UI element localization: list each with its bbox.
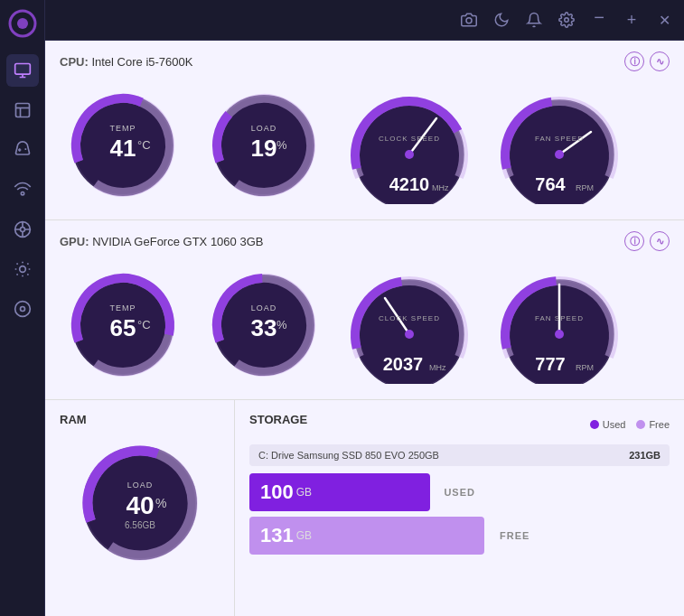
- svg-point-8: [19, 266, 25, 273]
- bell-icon[interactable]: [525, 11, 543, 29]
- svg-text:RPM: RPM: [576, 183, 594, 192]
- svg-point-10: [20, 307, 24, 312]
- sidebar-item-gamepad[interactable]: [6, 134, 39, 166]
- sidebar-item-monitor[interactable]: [6, 54, 39, 87]
- cpu-gauges-row: TEMP 41 °C LOAD 19 %: [60, 82, 670, 209]
- used-dot: [590, 420, 599, 429]
- cpu-section: CPU: Intel Core i5-7600K ⓘ ∿ TEMP 41 °C: [45, 41, 684, 220]
- legend-free-label: Free: [649, 419, 670, 430]
- svg-text:MHz: MHz: [429, 363, 446, 372]
- svg-text:MHz: MHz: [432, 183, 449, 192]
- legend-used: Used: [590, 419, 626, 430]
- minimize-button[interactable]: −: [590, 11, 608, 29]
- svg-point-57: [555, 330, 564, 339]
- gpu-label: GPU:: [60, 235, 89, 248]
- gpu-title-text: GPU: NVIDIA GeForce GTX 1060 3GB: [60, 235, 263, 248]
- svg-text:2037: 2037: [383, 354, 424, 374]
- svg-point-51: [405, 330, 414, 339]
- svg-rect-3: [15, 104, 29, 117]
- svg-text:40: 40: [126, 491, 154, 519]
- svg-text:%: %: [276, 318, 287, 331]
- cpu-title-text: CPU: Intel Core i5-7600K: [60, 55, 192, 69]
- gpu-gauges-row: TEMP 65 °C LOAD 33 %: [60, 262, 670, 388]
- gpu-info-button[interactable]: ⓘ: [624, 231, 644, 251]
- svg-text:CLOCK SPEED: CLOCK SPEED: [379, 135, 440, 143]
- gpu-section-icons: ⓘ ∿: [624, 231, 670, 251]
- svg-text:°C: °C: [137, 318, 151, 331]
- used-bar: 100 GB: [249, 473, 430, 511]
- svg-point-12: [565, 18, 569, 23]
- close-button[interactable]: ✕: [655, 11, 673, 29]
- svg-point-1: [17, 18, 28, 29]
- cpu-fan-gauge: FAN SPEED 764 RPM: [492, 87, 627, 204]
- cpu-clock-gauge: CLOCK SPEED 4210 MHz: [342, 87, 477, 204]
- used-side-label: USED: [439, 487, 475, 498]
- legend-used-label: Used: [603, 419, 626, 430]
- free-gb-value: 131: [260, 524, 294, 547]
- cpu-chart-button[interactable]: ∿: [650, 51, 670, 71]
- gpu-section: GPU: NVIDIA GeForce GTX 1060 3GB ⓘ ∿ TEM…: [45, 220, 684, 400]
- svg-text:RPM: RPM: [576, 363, 594, 372]
- svg-text:TEMP: TEMP: [109, 303, 136, 313]
- drive-name: C: Drive Samsung SSD 850 EVO 250GB: [258, 450, 439, 461]
- gpu-fan-gauge: FAN SPEED 777 RPM: [492, 266, 627, 384]
- ram-gauge: LOAD 40 % 6.56GB: [72, 435, 208, 571]
- cpu-section-icons: ⓘ ∿: [624, 51, 670, 71]
- app-logo: [8, 9, 37, 38]
- moon-icon[interactable]: [492, 11, 511, 29]
- free-gb-unit: GB: [296, 529, 312, 542]
- used-gb-value: 100: [260, 481, 294, 504]
- cpu-info-button[interactable]: ⓘ: [624, 51, 644, 71]
- gpu-temp-gauge: TEMP 65 °C: [60, 262, 186, 388]
- svg-text:%: %: [155, 496, 166, 510]
- gpu-name: NVIDIA GeForce GTX 1060 3GB: [92, 235, 263, 248]
- svg-text:777: 777: [535, 354, 565, 374]
- svg-rect-2: [14, 64, 30, 75]
- used-gb-unit: GB: [296, 486, 312, 499]
- free-bar: 131 GB: [249, 517, 484, 555]
- storage-heading: STORAGE: [249, 413, 307, 426]
- gpu-section-title: GPU: NVIDIA GeForce GTX 1060 3GB ⓘ ∿: [60, 231, 670, 251]
- cpu-label: CPU:: [60, 55, 89, 69]
- svg-point-33: [555, 150, 564, 159]
- free-dot: [636, 420, 645, 429]
- settings-icon[interactable]: [558, 11, 576, 29]
- svg-text:764: 764: [535, 174, 566, 194]
- gpu-chart-button[interactable]: ∿: [650, 231, 670, 251]
- bottom-row: RAM LOAD 40 % 6.56GB STORAGE: [45, 400, 684, 616]
- sidebar-item-network[interactable]: [6, 173, 39, 206]
- sidebar: [0, 0, 45, 616]
- storage-legend: Used Free: [590, 419, 670, 430]
- svg-text:FAN SPEED: FAN SPEED: [535, 135, 584, 143]
- ram-section: RAM LOAD 40 % 6.56GB: [45, 400, 235, 616]
- ram-heading: RAM: [60, 413, 220, 426]
- svg-point-9: [14, 302, 30, 317]
- used-bar-wrap: 100 GB USED: [249, 473, 670, 511]
- sidebar-item-disk[interactable]: [6, 293, 39, 325]
- cpu-section-title: CPU: Intel Core i5-7600K ⓘ ∿: [60, 51, 670, 71]
- svg-text:%: %: [276, 138, 287, 152]
- gpu-clock-gauge: CLOCK SPEED 2037 MHz: [342, 266, 477, 384]
- svg-text:LOAD: LOAD: [251, 124, 277, 133]
- svg-text:CLOCK SPEED: CLOCK SPEED: [379, 314, 440, 322]
- storage-section: STORAGE Used Free C: Drive Samsung SSD 8…: [235, 400, 684, 616]
- sidebar-item-fan[interactable]: [6, 213, 39, 246]
- free-bar-wrap: 131 GB FREE: [249, 517, 670, 555]
- main-content: CPU: Intel Core i5-7600K ⓘ ∿ TEMP 41 °C: [45, 41, 684, 616]
- sidebar-item-desktop[interactable]: [6, 94, 39, 126]
- svg-text:41: 41: [110, 135, 136, 162]
- cpu-name: Intel Core i5-7600K: [91, 55, 192, 69]
- legend-free: Free: [636, 419, 670, 430]
- topbar: − + ✕: [45, 0, 684, 41]
- maximize-button[interactable]: +: [623, 11, 641, 29]
- svg-text:19: 19: [251, 135, 277, 162]
- svg-text:4210: 4210: [389, 174, 430, 194]
- svg-text:33: 33: [251, 314, 277, 341]
- cpu-load-gauge: LOAD 19 %: [201, 82, 327, 209]
- drive-header: C: Drive Samsung SSD 850 EVO 250GB 231GB: [249, 444, 670, 466]
- svg-text:°C: °C: [137, 138, 151, 152]
- svg-text:FAN SPEED: FAN SPEED: [535, 314, 584, 322]
- svg-text:TEMP: TEMP: [109, 124, 136, 133]
- camera-icon[interactable]: [460, 11, 478, 29]
- sidebar-item-brightness[interactable]: [6, 253, 39, 285]
